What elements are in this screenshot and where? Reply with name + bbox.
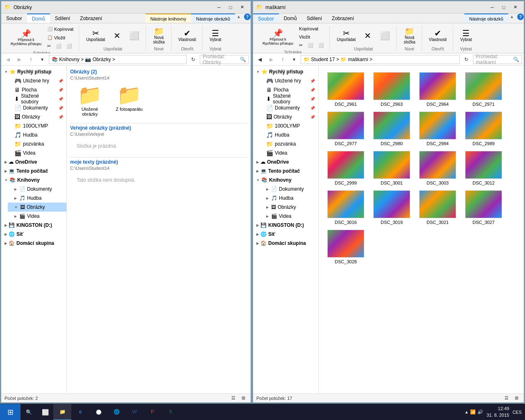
sidebar-videa-right[interactable]: 🎬 Videa <box>260 148 318 158</box>
sidebar-homegroup[interactable]: ▶ 🏠 Domácí skupina <box>1 239 66 248</box>
btn-usporadat-right[interactable]: ✂ Uspořádat <box>334 28 358 43</box>
sidebar-quick-access[interactable]: ▼ ⭐ Rychlý přístup <box>1 67 66 76</box>
taskbar-powerpoint[interactable]: P <box>144 404 162 420</box>
recent-btn-right[interactable]: ▾ <box>289 55 299 64</box>
btn-kopirovat[interactable]: ⬜Kopírovat <box>45 25 75 33</box>
sidebar-this-pc-right[interactable]: ▶ 💻 Tento počítač <box>253 167 318 176</box>
sidebar-kingston-right[interactable]: ▶ 💾 KINGSTON (D:) <box>253 221 318 230</box>
ribbon-collapse-right[interactable]: ▲ <box>508 14 516 23</box>
address-bar-left[interactable]: 📚 Knihovny > 📷 Obrázky > <box>49 55 187 64</box>
folder-z-fotoaparatu[interactable]: 📁 Z fotoaparátu <box>113 85 146 116</box>
sidebar-onedrive-right[interactable]: ▶ ☁ OneDrive <box>253 158 318 167</box>
tab-sdileni-right[interactable]: Sdílení <box>302 14 327 23</box>
sidebar-stazene-right[interactable]: ⬇ Stažené soubory 📌 <box>260 94 318 103</box>
btn-vlastnosti-right[interactable]: ✔ Vlastnosti <box>426 28 450 43</box>
btn-pripnout[interactable]: 📌 Připnout kRychlému přístupu <box>8 28 44 47</box>
group-title-verejne[interactable]: Veřejné obrázky (prázdné) <box>70 125 247 131</box>
thumb-DSC_2971[interactable]: DSC_2971 <box>463 72 504 107</box>
btn-copy-path-right[interactable]: ⬜ <box>306 41 315 49</box>
btn-vybrat-right[interactable]: ☰ Vybrat <box>457 28 475 43</box>
btn-delete[interactable]: ✕ <box>109 30 125 41</box>
thumb-DSC_3027[interactable]: DSC_3027 <box>463 190 504 225</box>
minimize-button-left[interactable]: ─ <box>214 3 224 12</box>
group-title-obrazky[interactable]: Obrázky (2) <box>70 69 247 75</box>
tab-domu-right[interactable]: Domů <box>279 14 302 23</box>
btn-usporadat[interactable]: ✂ Uspořádat <box>83 28 108 43</box>
view-large-btn-left[interactable]: ⊞ <box>239 394 247 402</box>
sidebar-network[interactable]: ▶ 🌐 Síť <box>1 230 66 239</box>
btn-vlozit[interactable]: 📋Vložit <box>45 34 75 41</box>
search-bar-left[interactable]: Prohledat: Obrázky 🔍 <box>200 55 249 64</box>
view-details-btn-right[interactable]: ☰ <box>502 394 511 402</box>
taskbar-arrow-icon[interactable]: ▲ <box>464 410 468 414</box>
sidebar-lib-dokumenty-right[interactable]: ▶ 📄 Dokumenty <box>260 185 318 194</box>
sidebar-hudba-right[interactable]: 🎵 Hudba <box>260 130 318 139</box>
taskbar-word[interactable]: W <box>126 404 144 420</box>
sidebar-lib-videa[interactable]: ▶ 🎬 Videa <box>8 212 66 221</box>
btn-vlozit-right[interactable]: Vložit <box>297 33 326 41</box>
taskbar-excel[interactable]: X <box>162 404 180 420</box>
sidebar-dokumenty[interactable]: 📄 Dokumenty 📌 <box>8 103 66 112</box>
maximize-button-right[interactable]: □ <box>498 3 509 12</box>
recent-btn-left[interactable]: ▾ <box>37 55 47 64</box>
btn-vlastnosti[interactable]: ✔ Vlastnosti <box>176 28 199 43</box>
thumb-DSC_2961[interactable]: DSC_2961 <box>325 72 366 107</box>
thumb-DSC_3019[interactable]: DSC_3019 <box>371 190 412 225</box>
btn-copy-path[interactable]: ⬜ <box>54 42 64 50</box>
folder-ulozene-obrazky[interactable]: 📁 Uložené obrázky <box>73 85 106 116</box>
taskbar-clock[interactable]: 12:49 31. 8. 2015 <box>486 406 509 418</box>
taskbar-search-btn[interactable]: 🔍 <box>21 404 37 420</box>
forward-btn-left[interactable]: ▶ <box>14 55 24 64</box>
sidebar-stazene[interactable]: ⬇ Stažené soubory 📌 <box>8 94 66 103</box>
btn-delete-right[interactable]: ✕ <box>359 30 376 41</box>
thumb-DSC_2963[interactable]: DSC_2963 <box>371 72 412 107</box>
taskbar-network-icon[interactable]: 📶 <box>470 409 476 415</box>
tab-nastroje-obrazku-right[interactable]: Nástroje obrázků <box>464 14 508 23</box>
btn-cut-right[interactable]: ✂ <box>297 41 305 49</box>
thumb-DSC_2999[interactable]: DSC_2999 <box>325 151 366 185</box>
thumb-DSC_3028[interactable]: DSC_3028 <box>325 230 366 264</box>
thumb-DSC_2964[interactable]: DSC_2964 <box>417 72 458 107</box>
help-button-left[interactable]: ? <box>244 14 251 20</box>
btn-cut[interactable]: ✂ <box>45 42 53 50</box>
sidebar-libraries[interactable]: ▼ 📚 Knihovny <box>1 176 66 185</box>
minimize-button-right[interactable]: ─ <box>487 3 498 12</box>
refresh-btn-right[interactable]: ↻ <box>461 55 471 64</box>
sidebar-hudba[interactable]: 🎵 Hudba <box>8 130 66 139</box>
back-btn-right[interactable]: ◀ <box>255 55 265 64</box>
btn-kopirovat-right[interactable]: Kopírovat <box>297 25 326 32</box>
sidebar-videa[interactable]: 🎬 Videa <box>8 148 66 158</box>
up-btn-left[interactable]: ↑ <box>26 55 36 64</box>
sidebar-lib-hudba-right[interactable]: ▶ 🎵 Hudba <box>260 194 318 203</box>
tab-zobrazeni-right[interactable]: Zobrazení <box>327 14 359 23</box>
sidebar-pozvanka[interactable]: 📁 pozvánka <box>8 139 66 148</box>
close-button-left[interactable]: ✕ <box>237 3 247 12</box>
start-button[interactable]: ⊞ <box>0 404 21 420</box>
sidebar-obrazky[interactable]: 🖼 Obrázky 📌 <box>8 112 66 121</box>
sidebar-homegroup-right[interactable]: ▶ 🏠 Domácí skupina <box>253 239 318 248</box>
btn-nova-slozka[interactable]: 📁 Novásložka <box>150 26 167 46</box>
view-large-btn-right[interactable]: ⊞ <box>512 394 520 402</box>
close-button-right[interactable]: ✕ <box>510 3 520 12</box>
address-bar-right[interactable]: 📁 Student 17 > 📁 maškarní > <box>301 55 460 64</box>
btn-paste-shortcut[interactable]: ⬜ <box>64 42 74 50</box>
back-btn-left[interactable]: ◀ <box>3 55 13 64</box>
thumb-DSC_3003[interactable]: DSC_3003 <box>417 151 458 185</box>
sidebar-network-right[interactable]: ▶ 🌐 Síť <box>253 230 318 239</box>
taskbar-language[interactable]: CES <box>512 410 522 415</box>
btn-vybrat[interactable]: ☰ Vybrat <box>207 28 224 43</box>
view-details-btn-left[interactable]: ☰ <box>229 394 237 402</box>
btn-pripnout-right[interactable]: 📌 Připnout kRychlému přístupu <box>260 28 296 47</box>
group-title-texty[interactable]: moje texty (prázdné) <box>70 159 247 165</box>
taskbar-explorer[interactable]: 📁 <box>53 404 71 420</box>
taskbar-edge[interactable]: e <box>71 404 89 420</box>
help-button-right[interactable]: ? <box>517 14 524 20</box>
taskview-btn[interactable]: ⬜ <box>37 404 53 420</box>
taskbar-volume-icon[interactable]: 🔊 <box>477 409 483 415</box>
taskbar-app3[interactable]: 🌐 <box>107 404 126 420</box>
tab-nastroje-knihovny[interactable]: Nástroje knihovny <box>146 14 191 23</box>
tab-sdileni-left[interactable]: Sdílení <box>50 14 75 23</box>
tab-zobrazeni-left[interactable]: Zobrazení <box>75 14 107 23</box>
thumb-DSC_2984[interactable]: DSC_2984 <box>417 112 458 146</box>
tab-soubor-right[interactable]: Soubor <box>253 14 279 23</box>
